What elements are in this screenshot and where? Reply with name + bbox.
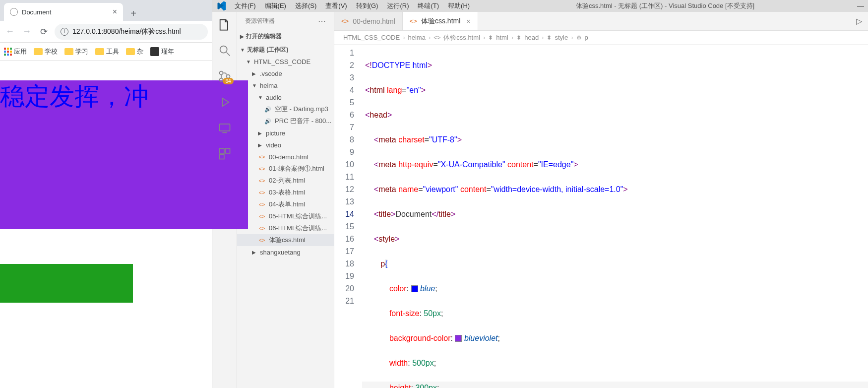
editor-tabs: <> 00-demo.html <> 体验css.html × ▷	[334, 12, 868, 31]
tree-file[interactable]: <>02-列表.html	[237, 175, 334, 187]
tag-icon: ⬍	[547, 34, 552, 41]
tree-folder[interactable]: ▶shangxuetang	[237, 246, 334, 258]
tree-file[interactable]: <>01-综合案例①.html	[237, 163, 334, 175]
tree-file-active[interactable]: <>体验css.html	[237, 234, 334, 246]
html-icon: <>	[410, 17, 417, 25]
back-button[interactable]: ←	[4, 26, 16, 38]
sidebar-header: 资源管理器 ⋯	[237, 12, 334, 30]
bookmark-folder[interactable]: 学习	[64, 47, 88, 56]
tree-file[interactable]: 🔊空匣 - Darling.mp3	[237, 103, 334, 115]
tree-folder-root[interactable]: ▼HTML_CSS_CODE	[237, 56, 334, 67]
tree-folder[interactable]: ▶video	[237, 139, 334, 151]
breadcrumb[interactable]: HTML_CSS_CODE› heima› <>体验css.html› ⬍htm…	[334, 31, 868, 45]
bookmark-folder[interactable]: 学校	[34, 47, 58, 56]
minimize-button[interactable]: —	[857, 2, 864, 10]
code-editor[interactable]: 1 2 3 4 5 6 7 8 9 10 11 12 13 14 15 16 1	[334, 45, 868, 388]
apps-icon	[4, 48, 12, 56]
menu-view[interactable]: 查看(V)	[322, 0, 350, 12]
selector-icon: ⚙	[576, 34, 582, 41]
more-actions-icon[interactable]: ⋯	[318, 16, 326, 26]
menu-help[interactable]: 帮助(H)	[444, 0, 473, 12]
tree-file[interactable]: <>05-HTML综合训练...	[237, 210, 334, 222]
rendered-paragraph: 稳定发挥，冲	[0, 80, 248, 229]
code-content[interactable]: <!DOCTYPE html> <html lang="en"> <head> …	[362, 45, 868, 388]
tag-icon: ⬍	[488, 34, 493, 41]
tree-folder[interactable]: ▼heima	[237, 79, 334, 91]
source-control-icon[interactable]: 64	[218, 69, 232, 83]
tab-actions: ▷	[850, 12, 868, 30]
tag-icon: ⬍	[516, 34, 521, 41]
run-icon[interactable]: ▷	[856, 16, 862, 26]
tree-file[interactable]: <>00-demo.html	[237, 151, 334, 163]
menu-file[interactable]: 文件(F)	[231, 0, 259, 12]
tree-file[interactable]: <>04-表单.html	[237, 198, 334, 210]
vscode-logo-icon	[216, 1, 226, 11]
editor-area: <> 00-demo.html <> 体验css.html × ▷ HTML_C…	[334, 12, 868, 388]
html-icon: <>	[258, 200, 266, 208]
svg-line-1	[226, 53, 230, 56]
extensions-icon[interactable]	[218, 147, 232, 161]
remote-icon[interactable]	[218, 121, 232, 135]
html-icon: <>	[258, 165, 266, 173]
menu-bar: 文件(F) 编辑(E) 选择(S) 查看(V) 转到(G) 运行(R) 终端(T…	[231, 0, 473, 12]
new-tab-button[interactable]: +	[126, 6, 141, 21]
chrome-browser: Document × + ← → ⟳ i 127.0.0.1:8080/heim…	[0, 0, 212, 388]
html-icon: <>	[258, 224, 266, 232]
close-icon[interactable]: ×	[466, 17, 470, 25]
editor-tab[interactable]: <> 00-demo.html	[334, 12, 403, 30]
menu-run[interactable]: 运行(R)	[383, 0, 412, 12]
svg-point-2	[219, 71, 223, 75]
menu-edit[interactable]: 编辑(E)	[261, 0, 290, 12]
tree-file[interactable]: 🔊PRC 巴音汗 - 800...	[237, 115, 334, 127]
chrome-tab[interactable]: Document ×	[4, 3, 123, 21]
globe-icon	[10, 8, 18, 16]
menu-go[interactable]: 转到(G)	[353, 0, 382, 12]
explorer-sidebar: 资源管理器 ⋯ ▶打开的编辑器 ▼无标题 (工作区) ▼HTML_CSS_COD…	[237, 12, 334, 388]
chrome-tab-title: Document	[22, 8, 51, 16]
tree-folder[interactable]: ▶picture	[237, 127, 334, 139]
apps-shortcut[interactable]: 应用	[4, 47, 27, 56]
vscode-titlebar: 文件(F) 编辑(E) 选择(S) 查看(V) 转到(G) 运行(R) 终端(T…	[212, 0, 868, 12]
html-icon: <>	[434, 34, 440, 41]
chrome-tabstrip: Document × +	[0, 0, 212, 21]
open-editors-section[interactable]: ▶打开的编辑器	[237, 31, 334, 42]
svg-point-3	[219, 78, 223, 82]
search-icon[interactable]	[218, 44, 232, 58]
folder-icon	[126, 48, 135, 55]
folder-icon	[64, 48, 73, 55]
svg-rect-7	[219, 149, 224, 153]
vscode-body: 64 资源管理器 ⋯ ▶打开的编辑器 ▼无标题 (工作区) ▼HTML_CSS_…	[212, 12, 868, 388]
svg-point-0	[220, 46, 227, 53]
audio-icon: 🔊	[264, 105, 272, 113]
tree-folder[interactable]: ▶.vscode	[237, 67, 334, 79]
folder-icon	[34, 48, 43, 55]
svg-rect-9	[219, 154, 224, 159]
chrome-viewport: 稳定发挥，冲	[0, 61, 212, 388]
editor-tab-active[interactable]: <> 体验css.html ×	[403, 12, 478, 30]
tree-file[interactable]: <>06-HTML综合训练...	[237, 222, 334, 234]
address-bar[interactable]: i 127.0.0.1:8080/heima/体验css.html	[55, 24, 208, 40]
vscode-window: 文件(F) 编辑(E) 选择(S) 查看(V) 转到(G) 运行(R) 终端(T…	[212, 0, 868, 388]
tree-file[interactable]: <>03-表格.html	[237, 187, 334, 198]
bookmark-folder[interactable]: 杂	[126, 47, 143, 56]
window-title: 体验css.html - 无标题 (工作区) - Visual Studio C…	[473, 1, 857, 10]
explorer-icon[interactable]	[218, 18, 232, 32]
menu-terminal[interactable]: 终端(T)	[414, 0, 442, 12]
html-icon: <>	[258, 212, 266, 220]
menu-selection[interactable]: 选择(S)	[292, 0, 320, 12]
workspace-section[interactable]: ▼无标题 (工作区)	[237, 44, 334, 56]
debug-icon[interactable]	[218, 95, 232, 109]
forward-button[interactable]: →	[21, 26, 33, 38]
chrome-toolbar: ← → ⟳ i 127.0.0.1:8080/heima/体验css.html	[0, 21, 212, 43]
bookmark-item[interactable]: 瑾年	[150, 47, 174, 56]
window-controls: —	[857, 2, 864, 10]
html-icon: <>	[258, 177, 266, 185]
close-icon[interactable]: ×	[113, 7, 117, 16]
html-icon: <>	[258, 236, 266, 244]
audio-icon: 🔊	[264, 117, 272, 125]
green-block	[0, 264, 133, 303]
site-info-icon[interactable]: i	[61, 28, 68, 36]
bookmark-folder[interactable]: 工具	[95, 47, 119, 56]
reload-button[interactable]: ⟳	[38, 26, 50, 38]
tree-folder[interactable]: ▼audio	[237, 91, 334, 103]
